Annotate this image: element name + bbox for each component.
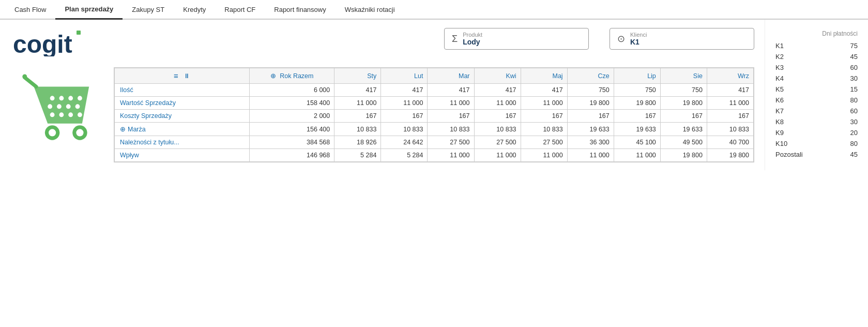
add-row-icon[interactable]: ⊕ [120, 126, 126, 133]
svg-point-12 [57, 104, 62, 109]
dni-client-label: Pozostali [775, 151, 803, 158]
dni-value: 60 [850, 107, 858, 115]
svg-point-7 [50, 96, 55, 100]
cell-value: 11 000 [521, 97, 567, 110]
dni-client-label: K8 [775, 118, 784, 126]
dni-value: 60 [850, 64, 858, 71]
row-label: Marża [128, 126, 146, 133]
nav-item-plan-sprzedazy[interactable]: Plan sprzedaży [55, 0, 123, 20]
shopping-cart-icon [10, 68, 103, 151]
dni-client-label: K4 [775, 75, 784, 82]
cell-value: 10 833 [334, 123, 381, 136]
dni-row: Pozostali45 [775, 149, 858, 160]
dni-platnosci-header: Dni płatności [775, 30, 858, 37]
cell-value: 11 000 [381, 97, 428, 110]
filter-klienci[interactable]: ⊙ Klienci K1 [610, 28, 754, 50]
cell-value: 11 000 [474, 97, 521, 110]
col-rok-razem: ⊕ Rok Razem [249, 68, 334, 84]
svg-point-16 [59, 112, 64, 117]
sales-table: ≡ ⏸ ⊕ Rok Razem Sty Lut Ma [114, 67, 754, 162]
dni-value: 80 [850, 140, 858, 147]
dni-value: 30 [850, 118, 858, 126]
cell-value: 11 000 [521, 149, 567, 162]
cell-value: 5 284 [381, 149, 428, 162]
dni-row: K920 [775, 127, 858, 138]
svg-point-18 [78, 112, 82, 117]
cell-value: 27 500 [474, 136, 521, 149]
cell-value: 19 633 [614, 123, 660, 136]
filter-produkt[interactable]: Σ Produkt Lody [444, 28, 589, 50]
col-cze: Cze [567, 68, 614, 84]
dni-client-label: K3 [775, 64, 784, 71]
svg-point-6 [76, 129, 83, 136]
cell-value: 11 000 [567, 149, 614, 162]
col-maj: Maj [521, 68, 567, 84]
cart-illustration [10, 68, 103, 151]
col-kwi: Kwi [474, 68, 521, 84]
add-row-icon[interactable]: ⊕ [270, 72, 276, 80]
col-controls-icon[interactable]: ≡ [174, 71, 178, 80]
cell-value: 417 [521, 84, 567, 97]
dni-row: K430 [775, 73, 858, 84]
nav-item-raport-finansowy[interactable]: Raport finansowy [265, 0, 335, 20]
table-row: Wpływ146 9685 2845 28411 00011 00011 000… [115, 149, 754, 162]
col-lip: Lip [614, 68, 660, 84]
cell-value: 167 [428, 110, 474, 123]
cell-value: 10 833 [381, 123, 428, 136]
cell-value: 146 968 [249, 149, 334, 162]
col-pause-icon[interactable]: ⏸ [184, 72, 190, 80]
row-label: Koszty Sprzedaży [120, 112, 172, 120]
cell-value: 19 633 [567, 123, 614, 136]
cell-value: 5 284 [334, 149, 381, 162]
cell-value: 24 642 [381, 136, 428, 149]
col-sty: Sty [334, 68, 381, 84]
cell-value: 19 800 [614, 97, 660, 110]
table-row: Należności z tytułu...384 56818 92624 64… [115, 136, 754, 149]
dni-row: K515 [775, 84, 858, 95]
cell-value: 11 000 [428, 149, 474, 162]
dni-value: 30 [850, 75, 858, 82]
svg-point-14 [75, 104, 80, 109]
cell-value: 167 [614, 110, 660, 123]
dni-row: K1080 [775, 138, 858, 149]
dni-value: 80 [850, 96, 858, 104]
cell-value: 11 000 [474, 149, 521, 162]
cell-value: 167 [381, 110, 428, 123]
dni-row: K245 [775, 51, 858, 62]
nav-item-cashflow[interactable]: Cash Flow [5, 0, 55, 20]
dni-value: 75 [850, 42, 858, 50]
cell-value: 417 [707, 84, 753, 97]
cell-value: 19 800 [660, 149, 707, 162]
cell-value: 417 [474, 84, 521, 97]
cell-value: 36 300 [567, 136, 614, 149]
svg-point-8 [59, 96, 64, 100]
row-label: Wartość Sprzedaży [120, 99, 176, 107]
table-row: ⊕Marża156 40010 83310 83310 83310 83310 … [115, 123, 754, 136]
svg-point-11 [48, 104, 52, 109]
cell-value: 19 800 [707, 149, 753, 162]
cell-value: 417 [428, 84, 474, 97]
cell-value: 158 400 [249, 97, 334, 110]
cell-value: 167 [334, 110, 381, 123]
nav-item-kredyty[interactable]: Kredyty [174, 0, 215, 20]
dni-row: K680 [775, 95, 858, 106]
svg-point-10 [78, 96, 82, 100]
dni-client-label: K5 [775, 85, 784, 93]
nav-item-wskazniki-rotacji[interactable]: Wskaźniki rotacji [336, 0, 404, 20]
cell-value: 10 833 [428, 123, 474, 136]
nav-item-zakupy-st[interactable]: Zakupy ST [123, 0, 174, 20]
cell-value: 11 000 [428, 97, 474, 110]
cell-value: 6 000 [249, 84, 334, 97]
cell-value: 18 926 [334, 136, 381, 149]
col-mar: Mar [428, 68, 474, 84]
dni-row: K360 [775, 62, 858, 73]
svg-point-17 [68, 112, 73, 117]
cell-value: 10 833 [474, 123, 521, 136]
cell-value: 167 [707, 110, 753, 123]
cell-value: 417 [334, 84, 381, 97]
cell-value: 750 [567, 84, 614, 97]
dni-platnosci-panel: Dni płatności K175K245K360K430K515K680K7… [765, 20, 868, 162]
nav-item-raport-cf[interactable]: Raport CF [215, 0, 265, 20]
sigma-icon: Σ [452, 34, 458, 44]
cell-value: 19 633 [660, 123, 707, 136]
